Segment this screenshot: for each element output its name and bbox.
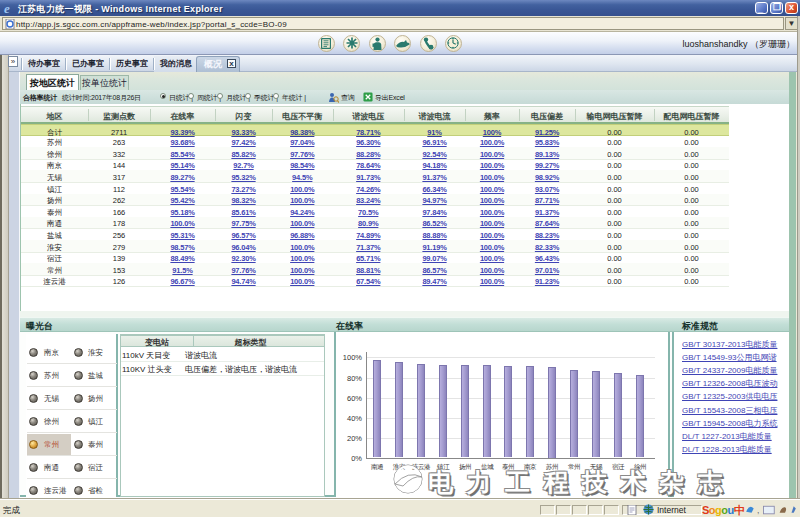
svg-text:,: ,: [757, 505, 759, 515]
